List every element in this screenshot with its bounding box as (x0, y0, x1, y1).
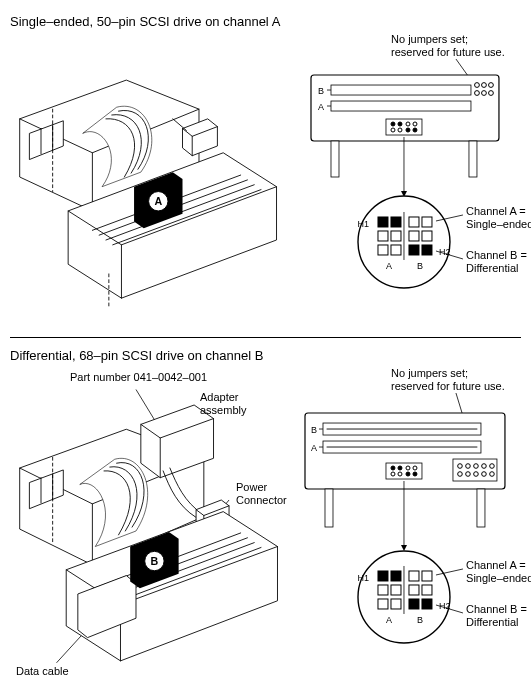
label-channel-a-a: Channel A =Single–ended (466, 205, 531, 230)
slot-label-b-a: B (318, 86, 324, 96)
svg-rect-23 (386, 119, 422, 135)
svg-rect-79 (453, 459, 497, 481)
channel-badge-a: A (154, 195, 162, 207)
svg-rect-47 (422, 231, 432, 241)
svg-point-89 (490, 472, 495, 477)
svg-rect-46 (409, 231, 419, 241)
svg-point-17 (475, 83, 480, 88)
label-power: PowerConnector (236, 481, 296, 506)
svg-point-85 (458, 472, 463, 477)
panel-a-row: A No jumpers set;reserved for future use… (10, 37, 521, 317)
schematic-b: No jumpers set;reserved for future use. … (291, 371, 521, 680)
svg-point-27 (413, 122, 417, 126)
svg-rect-100 (477, 489, 485, 527)
svg-rect-39 (391, 217, 401, 227)
iso-svg-a: A (10, 37, 291, 317)
svg-rect-42 (378, 245, 388, 255)
svg-point-21 (482, 91, 487, 96)
iso-drawing-a: A (10, 37, 291, 317)
svg-point-25 (398, 122, 402, 126)
svg-rect-114 (422, 585, 432, 595)
panel-b-title: Differential, 68–pin SCSI drive on chann… (10, 348, 521, 363)
panel-channel-a: Single–ended, 50–pin SCSI drive on chann… (10, 14, 521, 338)
jumper-block-small-b (386, 463, 422, 479)
reserved-jumper-pins-b (453, 459, 497, 481)
svg-rect-109 (378, 599, 388, 609)
slot-label-a-b: A (311, 443, 317, 453)
svg-point-20 (475, 91, 480, 96)
svg-rect-106 (391, 571, 401, 581)
svg-point-30 (406, 128, 410, 132)
svg-point-97 (406, 472, 410, 476)
svg-point-92 (398, 466, 402, 470)
iso-svg-b: B (10, 371, 291, 680)
label-no-jumpers-b: No jumpers set;reserved for future use. (391, 367, 521, 392)
svg-point-86 (466, 472, 471, 477)
schematic-svg-b: B A (291, 371, 521, 680)
svg-rect-116 (422, 599, 432, 609)
svg-marker-102 (401, 545, 407, 551)
svg-text:B: B (417, 261, 423, 271)
svg-rect-45 (422, 217, 432, 227)
schematic-a: No jumpers set;reserved for future use. … (291, 37, 521, 317)
svg-rect-107 (378, 585, 388, 595)
svg-rect-108 (391, 585, 401, 595)
iso-drawing-b: Part number 041–0042–001 Adapterassembly… (10, 371, 291, 680)
svg-point-29 (398, 128, 402, 132)
panel-channel-b: Differential, 68–pin SCSI drive on chann… (10, 348, 521, 680)
svg-rect-15 (331, 85, 471, 95)
svg-rect-16 (331, 101, 471, 111)
label-channel-a-b: Channel A =Single–ended (466, 559, 531, 584)
svg-text:B: B (417, 615, 423, 625)
svg-rect-48 (409, 245, 419, 255)
svg-rect-38 (378, 217, 388, 227)
svg-text:A: A (386, 261, 392, 271)
label-adapter: Adapterassembly (200, 391, 260, 416)
svg-rect-33 (469, 141, 477, 177)
svg-point-82 (474, 464, 479, 469)
panel-b-row: Part number 041–0042–001 Adapterassembly… (10, 371, 521, 680)
svg-rect-111 (409, 571, 419, 581)
svg-point-81 (466, 464, 471, 469)
svg-point-91 (391, 466, 395, 470)
svg-rect-49 (422, 245, 432, 255)
svg-point-18 (482, 83, 487, 88)
svg-point-94 (413, 466, 417, 470)
svg-rect-44 (409, 217, 419, 227)
svg-point-96 (398, 472, 402, 476)
slot-label-b-b: B (311, 425, 317, 435)
svg-rect-115 (409, 599, 419, 609)
label-datacable: Data cableconnector (16, 665, 86, 680)
svg-point-87 (474, 472, 479, 477)
svg-rect-41 (391, 231, 401, 241)
svg-point-31 (413, 128, 417, 132)
svg-point-26 (406, 122, 410, 126)
label-no-jumpers-a: No jumpers set;reserved for future use. (391, 33, 521, 58)
svg-rect-90 (386, 463, 422, 479)
svg-point-24 (391, 122, 395, 126)
svg-point-93 (406, 466, 410, 470)
svg-point-95 (391, 472, 395, 476)
svg-rect-110 (391, 599, 401, 609)
svg-point-83 (482, 464, 487, 469)
svg-point-28 (391, 128, 395, 132)
panel-a-title: Single–ended, 50–pin SCSI drive on chann… (10, 14, 521, 29)
label-partnum: Part number 041–0042–001 (70, 371, 207, 384)
svg-point-22 (489, 91, 494, 96)
svg-text:H1: H1 (358, 219, 370, 229)
svg-rect-32 (331, 141, 339, 177)
svg-text:A: A (386, 615, 392, 625)
svg-point-19 (489, 83, 494, 88)
channel-badge-b: B (151, 555, 159, 567)
svg-rect-105 (378, 571, 388, 581)
svg-point-80 (458, 464, 463, 469)
svg-rect-43 (391, 245, 401, 255)
svg-point-98 (413, 472, 417, 476)
label-channel-b-b: Channel B =Differential (466, 603, 531, 628)
svg-rect-112 (422, 571, 432, 581)
schematic-svg-a: B A (291, 37, 521, 317)
svg-rect-113 (409, 585, 419, 595)
slot-label-a-a: A (318, 102, 324, 112)
svg-rect-99 (325, 489, 333, 527)
svg-text:H1: H1 (358, 573, 370, 583)
